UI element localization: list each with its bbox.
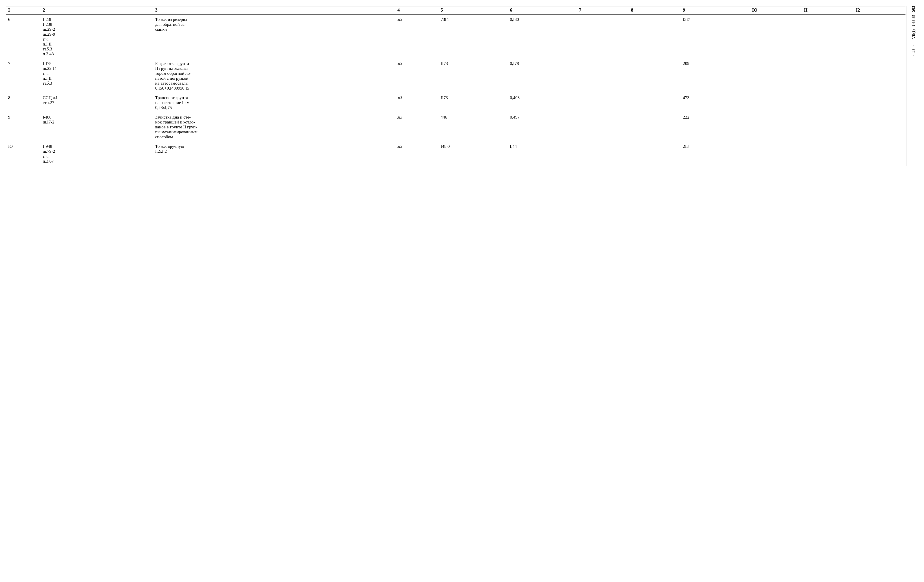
cell-col1: 6	[6, 15, 40, 59]
section-label: VII(1)	[911, 29, 916, 39]
cell-col11	[802, 142, 854, 166]
header-col6: 6	[508, 6, 577, 15]
cell-col12	[854, 59, 906, 93]
series-text: 1-33.85	[911, 15, 916, 26]
cell-col12	[854, 112, 906, 142]
cell-col12	[854, 15, 906, 59]
cell-col9: I3I7	[680, 15, 750, 59]
cell-col5: II73	[438, 59, 508, 93]
cell-col2: I-948ш.79-2т.ч.п.3.67	[40, 142, 153, 166]
cell-col2: ССЦ ч.Iстр.27	[40, 93, 153, 112]
cell-col8	[629, 142, 680, 166]
cell-col2: I-I75ш.22-I4т.ч.п.I.IIтаб.3	[40, 59, 153, 93]
header-col12: I2	[854, 6, 906, 15]
cell-col6: I,44	[508, 142, 577, 166]
cell-col7	[577, 112, 629, 142]
cell-col4: м3	[395, 142, 438, 166]
header-col9: 9	[680, 6, 750, 15]
cell-col1: IO	[6, 142, 40, 166]
table-row: 6I-23II-238ш.29-2ш.29-9т.ч.п.I.IIтаб.3п.…	[6, 15, 906, 59]
cell-col1: 8	[6, 93, 40, 112]
cell-col5: II73	[438, 93, 508, 112]
cell-col4: м3	[395, 15, 438, 59]
cell-col1: 7	[6, 59, 40, 93]
header-col4: 4	[395, 6, 438, 15]
cell-col10	[750, 112, 802, 142]
cell-col9: 2I3	[680, 142, 750, 166]
cell-col10	[750, 142, 802, 166]
cell-col3: Зачистка дна и сте-нок траншей и котло-в…	[153, 112, 395, 142]
cell-col11	[802, 112, 854, 142]
series-label: 1-33.85	[911, 15, 916, 26]
cell-col6: 0,497	[508, 112, 577, 142]
cell-col8	[629, 15, 680, 59]
cell-col6: 0,403	[508, 93, 577, 112]
cell-col1: 9	[6, 112, 40, 142]
header-col3: 3	[153, 6, 395, 15]
cell-col9: 473	[680, 93, 750, 112]
cell-col6: 0,I78	[508, 59, 577, 93]
cell-col8	[629, 59, 680, 93]
header-col2: 2	[40, 6, 153, 15]
main-table: I 2 3 4 5 6 7 8 9 IO II I2 6I-23II-238ш.…	[6, 6, 906, 166]
page-number: 503	[911, 6, 916, 12]
cell-col12	[854, 142, 906, 166]
cell-col10	[750, 15, 802, 59]
header-col7: 7	[577, 6, 629, 15]
header-col8: 8	[629, 6, 680, 15]
cell-col11	[802, 59, 854, 93]
cell-col11	[802, 93, 854, 112]
cell-col9: 222	[680, 112, 750, 142]
cell-col7	[577, 93, 629, 112]
header-col10: IO	[750, 6, 802, 15]
table-row: 7I-I75ш.22-I4т.ч.п.I.IIтаб.3Разработка г…	[6, 59, 906, 93]
table-container: I 2 3 4 5 6 7 8 9 IO II I2 6I-23II-238ш.…	[6, 6, 906, 166]
cell-col8	[629, 112, 680, 142]
cell-col8	[629, 93, 680, 112]
page-container: I 2 3 4 5 6 7 8 9 IO II I2 6I-23II-238ш.…	[6, 6, 918, 166]
cell-col9: 209	[680, 59, 750, 93]
cell-col2: I-23II-238ш.29-2ш.29-9т.ч.п.I.IIтаб.3п.3…	[40, 15, 153, 59]
cell-col7	[577, 59, 629, 93]
cell-col3: То же, из резервадля обратной за-сыпки	[153, 15, 395, 59]
cell-col7	[577, 142, 629, 166]
table-row: IOI-948ш.79-2т.ч.п.3.67То же, вручнуюI,2…	[6, 142, 906, 166]
cell-col5: 73I4	[438, 15, 508, 59]
cell-col4: м3	[395, 112, 438, 142]
cell-col10	[750, 93, 802, 112]
cell-col5: I48,0	[438, 142, 508, 166]
right-sidebar: 503 1-33.85 VII(1) - 13 -	[907, 6, 918, 166]
cell-col10	[750, 59, 802, 93]
cell-col5: 446	[438, 112, 508, 142]
cell-col11	[802, 15, 854, 59]
cell-col3: То же, вручнуюI,2хI,2	[153, 142, 395, 166]
cell-col2: I-I06ш.I7-2	[40, 112, 153, 142]
cell-col7	[577, 15, 629, 59]
cell-col4: м3	[395, 59, 438, 93]
cell-col4: м3	[395, 93, 438, 112]
dash-line: - 13 -	[911, 45, 916, 56]
table-row: 9I-I06ш.I7-2Зачистка дна и сте-нок транш…	[6, 112, 906, 142]
header-col11: II	[802, 6, 854, 15]
table-row: 8ССЦ ч.Iстр.27Транспорт грунтана расстоя…	[6, 93, 906, 112]
cell-col12	[854, 93, 906, 112]
header-col1: I	[6, 6, 40, 15]
cell-col3: Разработка грунтаII группы экскава-тором…	[153, 59, 395, 93]
section-text: VII(1)	[911, 29, 916, 39]
cell-col3: Транспорт грунтана расстояние I км0,23хI…	[153, 93, 395, 112]
cell-col6: 0,I80	[508, 15, 577, 59]
header-col5: 5	[438, 6, 508, 15]
header-row: I 2 3 4 5 6 7 8 9 IO II I2	[6, 6, 906, 15]
